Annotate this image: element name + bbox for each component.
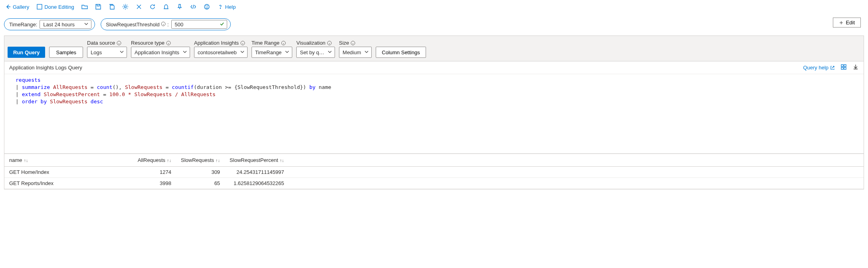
help-label: Help bbox=[225, 4, 236, 10]
table-row[interactable]: GET Reports/Index 3998 65 1.625812906453… bbox=[4, 178, 864, 189]
query-help-link[interactable]: Query help bbox=[803, 65, 835, 71]
timerange-label: TimeRange: bbox=[9, 22, 37, 28]
query-help-row: Query help bbox=[803, 64, 859, 71]
download-icon[interactable] bbox=[852, 64, 859, 71]
visualization-field: Visualization Set by q… bbox=[296, 40, 335, 58]
svg-point-1 bbox=[124, 6, 126, 8]
check-icon bbox=[220, 22, 224, 28]
top-toolbar: Gallery Done Editing Help bbox=[0, 0, 868, 14]
cell-all: 1274 bbox=[132, 167, 176, 178]
gallery-label: Gallery bbox=[13, 4, 29, 10]
chevron-down-icon bbox=[84, 22, 89, 28]
info-icon bbox=[161, 22, 166, 26]
timerange-value: Last 24 hours bbox=[43, 22, 75, 28]
cell-pct: 24.25431711145997 bbox=[225, 167, 289, 178]
svg-point-2 bbox=[204, 4, 209, 9]
resourcetype-field: Resource type Application Insights bbox=[131, 40, 190, 58]
info-icon bbox=[351, 41, 355, 45]
schema-icon[interactable] bbox=[840, 64, 847, 71]
size-select[interactable]: Medium bbox=[339, 47, 372, 58]
timerange-cfg-label: Time Range bbox=[252, 40, 279, 46]
col-slowpercent[interactable]: SlowRequestPercent↑↓ bbox=[225, 154, 289, 167]
resourcetype-select[interactable]: Application Insights bbox=[131, 47, 190, 58]
info-icon bbox=[166, 41, 171, 45]
timerange-field: Time Range TimeRange bbox=[252, 40, 293, 58]
svg-point-3 bbox=[206, 6, 206, 6]
save-icon bbox=[95, 4, 101, 10]
close-icon-button[interactable] bbox=[136, 4, 142, 10]
close-icon bbox=[136, 4, 142, 10]
cell-all: 3998 bbox=[132, 178, 176, 189]
svg-rect-0 bbox=[37, 4, 42, 9]
config-row: Run Query Samples Data source Logs Resou… bbox=[4, 36, 864, 61]
edit-button[interactable]: Edit bbox=[833, 18, 861, 28]
slowthreshold-input[interactable]: 500 bbox=[171, 20, 227, 29]
save-icon-button[interactable] bbox=[95, 4, 101, 10]
chevron-down-icon bbox=[182, 49, 187, 55]
edit-icon bbox=[839, 20, 844, 25]
visualization-select[interactable]: Set by q… bbox=[296, 47, 335, 58]
query-title: Application Insights Logs Query bbox=[9, 65, 82, 71]
datasource-label: Data source bbox=[87, 40, 115, 46]
size-label: Size bbox=[339, 40, 349, 46]
results-table: name↑↓ AllRequests↑↓ SlowRequests↑↓ Slow… bbox=[4, 154, 864, 189]
svg-rect-16 bbox=[844, 67, 846, 69]
query-editor[interactable]: requests | summarize AllRequests = count… bbox=[4, 74, 864, 154]
svg-point-5 bbox=[220, 8, 220, 8]
run-query-button[interactable]: Run Query bbox=[8, 47, 45, 58]
info-icon bbox=[327, 41, 332, 45]
svg-rect-14 bbox=[844, 65, 846, 67]
col-slowrequests[interactable]: SlowRequests↑↓ bbox=[176, 154, 225, 167]
visualization-label: Visualization bbox=[296, 40, 325, 46]
alert-icon-button[interactable] bbox=[163, 4, 169, 10]
size-field: Size Medium bbox=[339, 40, 372, 58]
timerange-select[interactable]: Last 24 hours bbox=[40, 20, 91, 29]
saveas-icon-button[interactable] bbox=[109, 4, 115, 10]
chevron-down-icon bbox=[364, 49, 369, 55]
gallery-button[interactable]: Gallery bbox=[5, 4, 29, 10]
arrow-left-icon bbox=[5, 4, 11, 10]
sort-icon: ↑↓ bbox=[24, 158, 28, 163]
slowthreshold-param[interactable]: SlowRequestThreshold : 500 bbox=[101, 18, 230, 30]
settings-icon-button[interactable] bbox=[122, 4, 129, 10]
col-allrequests[interactable]: AllRequests↑↓ bbox=[132, 154, 176, 167]
help-icon bbox=[217, 4, 224, 10]
chevron-down-icon bbox=[240, 49, 245, 55]
datasource-select[interactable]: Logs bbox=[87, 47, 127, 58]
appinsights-field: Application Insights contosoretailweb bbox=[194, 40, 248, 58]
query-panel: Run Query Samples Data source Logs Resou… bbox=[4, 35, 864, 189]
done-editing-button[interactable]: Done Editing bbox=[36, 4, 74, 10]
samples-button[interactable]: Samples bbox=[49, 47, 83, 58]
chevron-down-icon bbox=[285, 49, 289, 55]
slowthreshold-label: SlowRequestThreshold : bbox=[106, 22, 168, 28]
slowthreshold-value: 500 bbox=[175, 22, 184, 28]
sort-icon: ↑↓ bbox=[167, 158, 171, 163]
appinsights-label: Application Insights bbox=[194, 40, 239, 46]
info-icon bbox=[117, 41, 121, 45]
chevron-down-icon bbox=[119, 49, 124, 55]
save-stop-icon bbox=[36, 4, 43, 10]
help-button[interactable]: Help bbox=[217, 4, 236, 10]
svg-point-4 bbox=[207, 6, 208, 6]
code-icon-button[interactable] bbox=[190, 4, 196, 10]
edit-label: Edit bbox=[846, 20, 855, 26]
feedback-icon-button[interactable] bbox=[204, 4, 210, 10]
column-settings-button[interactable]: Column Settings bbox=[376, 47, 426, 58]
timerange-cfg-select[interactable]: TimeRange bbox=[252, 47, 293, 58]
smile-icon bbox=[204, 4, 210, 10]
open-icon-button[interactable] bbox=[81, 4, 88, 10]
resourcetype-label: Resource type bbox=[131, 40, 164, 46]
info-icon bbox=[281, 41, 286, 45]
table-row[interactable]: GET Home/Index 1274 309 24.2543171114599… bbox=[4, 167, 864, 178]
svg-rect-15 bbox=[841, 67, 843, 69]
cell-pct: 1.6258129064532265 bbox=[225, 178, 289, 189]
col-name[interactable]: name↑↓ bbox=[4, 154, 132, 167]
sort-icon: ↑↓ bbox=[280, 158, 284, 163]
info-icon bbox=[240, 41, 245, 45]
refresh-icon-button[interactable] bbox=[149, 4, 156, 10]
appinsights-select[interactable]: contosoretailweb bbox=[194, 47, 248, 58]
timerange-param[interactable]: TimeRange: Last 24 hours bbox=[4, 18, 95, 30]
save-copy-icon bbox=[109, 4, 115, 10]
folder-open-icon bbox=[81, 4, 88, 10]
pin-icon-button[interactable] bbox=[176, 4, 183, 10]
